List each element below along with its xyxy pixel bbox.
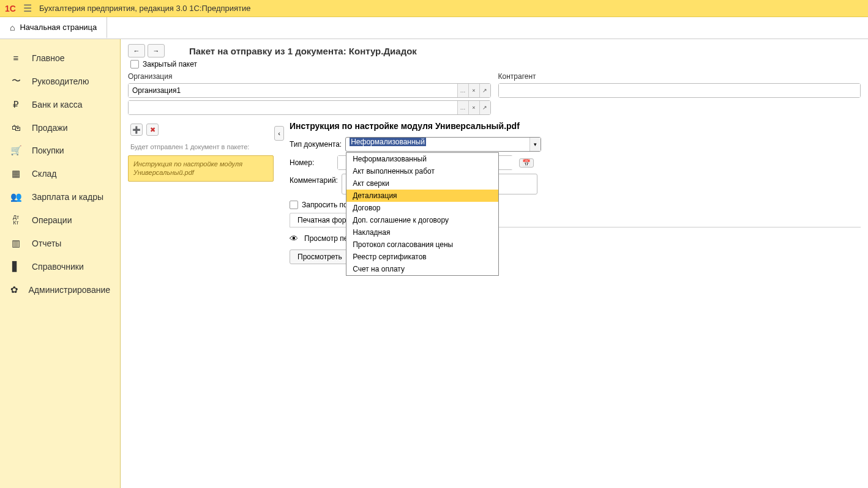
menu-icon: ≡ [10, 53, 22, 63]
nav-bank[interactable]: ₽Банк и касса [0, 93, 120, 116]
nav-label: Операции [32, 215, 72, 225]
closed-package-label: Закрытый пакет [143, 60, 197, 68]
option-contract[interactable]: Договор [346, 202, 498, 214]
nav-label: Покупки [32, 146, 64, 155]
option-act-reconcile[interactable]: Акт сверки [346, 177, 498, 190]
home-icon: ⌂ [10, 23, 15, 32]
add-button[interactable]: ➕ [130, 124, 143, 136]
forward-button[interactable]: → [148, 44, 165, 57]
contr-field[interactable] [498, 83, 861, 98]
doc-list-panel: ➕ ✖ Будет отправлен 1 документ в пакете:… [128, 121, 274, 264]
hint-text: Будет отправлен 1 документ в пакете: [130, 143, 274, 150]
org-input-2[interactable] [129, 101, 457, 114]
book-icon: ▋ [10, 261, 22, 272]
people-icon: 👥 [10, 191, 22, 202]
clear-button[interactable]: × [468, 101, 479, 114]
doctype-label: Тип документа: [290, 140, 342, 149]
eye-icon: 👁 [290, 234, 298, 243]
app-title: Бухгалтерия предприятия, редакция 3.0 1С… [39, 4, 251, 13]
number-label: Номер: [290, 158, 334, 167]
back-button[interactable]: ← [128, 44, 145, 57]
nav-label: Продажи [32, 123, 67, 133]
titlebar: 1С ☰ Бухгалтерия предприятия, редакция 3… [0, 0, 868, 17]
comment-label: Комментарий: [290, 174, 338, 185]
doc-title: Инструкция по настройке модуля Универсал… [290, 121, 861, 131]
nav-purchases[interactable]: 🛒Покупки [0, 139, 120, 162]
bars-icon: ▥ [10, 238, 22, 249]
nav-label: Зарплата и кадры [32, 192, 103, 202]
nav-label: Руководителю [32, 76, 89, 86]
nav-label: Банк и касса [32, 100, 82, 109]
ellipsis-button[interactable]: … [457, 84, 468, 97]
clear-button[interactable]: × [468, 84, 479, 97]
nav-label: Отчеты [32, 238, 61, 248]
hamburger-icon[interactable]: ☰ [23, 2, 32, 14]
option-addendum[interactable]: Доп. соглашение к договору [346, 214, 498, 226]
ruble-icon: ₽ [10, 99, 22, 110]
ellipsis-button[interactable]: … [457, 101, 468, 114]
option-unformalized[interactable]: Неформализованный [346, 153, 498, 165]
sidebar: ≡Главное 〜Руководителю ₽Банк и касса 🛍Пр… [0, 39, 121, 488]
contr-label: Контрагент [498, 72, 861, 81]
chart-icon: 〜 [10, 75, 22, 87]
collapse-button[interactable]: ‹ [274, 126, 284, 141]
org-label: Организация [128, 72, 491, 81]
nav-warehouse[interactable]: ▦Склад [0, 162, 120, 185]
nav-operations[interactable]: Дт КтОперации [0, 209, 120, 232]
org-field[interactable]: … × ↗ [128, 83, 491, 98]
grid-icon: ▦ [10, 168, 22, 179]
remove-button[interactable]: ✖ [146, 124, 159, 136]
option-registry[interactable]: Реестр сертификатов [346, 251, 498, 263]
contr-input[interactable] [499, 84, 861, 97]
nav-salary[interactable]: 👥Зарплата и кадры [0, 185, 120, 209]
gear-icon: ✿ [10, 284, 19, 295]
tab-home[interactable]: ⌂ Начальная страница [0, 17, 107, 39]
doctype-combo[interactable]: Неформализованный ▾ Неформализованный Ак… [345, 137, 541, 152]
cart-icon: 🛒 [10, 145, 22, 156]
option-protocol[interactable]: Протокол согласования цены [346, 238, 498, 251]
closed-package-checkbox[interactable] [130, 60, 139, 68]
request-sign-checkbox[interactable] [290, 201, 298, 209]
nav-label: Администрирование [29, 285, 111, 295]
bag-icon: 🛍 [10, 122, 22, 133]
page-title: Пакет на отправку из 1 документа: Контур… [189, 46, 417, 56]
content-area: ← → Пакет на отправку из 1 документа: Ко… [121, 39, 868, 488]
doctype-dropdown: Неформализованный Акт выполненных работ … [346, 152, 499, 276]
option-invoice[interactable]: Счет на оплату [346, 263, 498, 275]
view-button[interactable]: Просмотреть [290, 250, 350, 264]
detail-panel: Инструкция по настройке модуля Универсал… [285, 121, 861, 264]
app-logo: 1С [5, 4, 16, 13]
option-act-work[interactable]: Акт выполненных работ [346, 165, 498, 177]
calendar-button[interactable]: 📅 [519, 158, 534, 168]
option-waybill[interactable]: Накладная [346, 226, 498, 238]
option-detail[interactable]: Детализация [346, 190, 498, 202]
tabbar: ⌂ Начальная страница [0, 17, 868, 39]
nav-label: Склад [32, 169, 57, 179]
org-input[interactable] [129, 84, 457, 97]
doc-list-item[interactable]: Инструкция по настройке модуля Универсал… [128, 155, 274, 182]
nav-label: Справочники [32, 262, 84, 272]
dropdown-button[interactable]: ▾ [529, 138, 541, 151]
open-button[interactable]: ↗ [479, 84, 490, 97]
tab-label: Начальная страница [20, 23, 97, 32]
nav-sales[interactable]: 🛍Продажи [0, 116, 120, 139]
nav-reports[interactable]: ▥Отчеты [0, 232, 120, 255]
nav-directories[interactable]: ▋Справочники [0, 255, 120, 278]
open-button[interactable]: ↗ [479, 101, 490, 114]
doctype-input[interactable]: Неформализованный [346, 138, 529, 151]
dtkt-icon: Дт Кт [10, 215, 22, 226]
panel-divider: ‹ [274, 121, 285, 264]
nav-main[interactable]: ≡Главное [0, 46, 120, 69]
org-field-2[interactable]: … × ↗ [128, 100, 491, 115]
nav-label: Главное [32, 53, 65, 63]
nav-admin[interactable]: ✿Администрирование [0, 278, 120, 301]
nav-manager[interactable]: 〜Руководителю [0, 69, 120, 93]
